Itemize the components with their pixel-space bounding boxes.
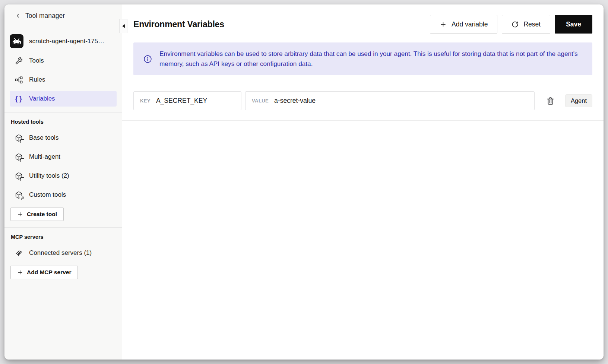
create-tool-label: Create tool — [27, 211, 57, 218]
hosted-tools-label: Hosted tools — [10, 117, 117, 130]
sidebar-item-connected-servers[interactable]: Connected servers (1) — [10, 245, 117, 261]
sidebar-title: Tool manager — [25, 12, 65, 20]
sidebar-item-label: Multi-agent — [29, 153, 60, 161]
create-tool-button[interactable]: Create tool — [10, 208, 64, 221]
row-actions: Agent — [547, 94, 592, 107]
triangle-left-icon — [122, 24, 125, 28]
badge-square-icon — [20, 139, 24, 143]
sidebar-item-label: Utility tools (2) — [29, 172, 69, 180]
sidebar-item-label: Custom tools — [29, 191, 66, 199]
delete-variable-button[interactable] — [547, 97, 554, 105]
package-icon — [14, 133, 23, 142]
workflow-icon — [14, 75, 23, 84]
plus-icon — [17, 211, 23, 217]
sidebar-item-label: Connected servers (1) — [29, 249, 92, 257]
reset-label: Reset — [523, 20, 541, 28]
package-icon — [14, 171, 23, 180]
braces-icon: { } — [14, 94, 23, 103]
sidebar-collapse-toggle[interactable] — [119, 19, 127, 33]
add-mcp-server-button[interactable]: Add MCP server — [10, 266, 78, 279]
mcp-servers-section: MCP servers Connected servers (1) Add MC… — [4, 227, 122, 285]
sidebar-item-multi-agent[interactable]: Multi-agent — [10, 149, 117, 165]
hosted-tools-section: Hosted tools Base tools Multi-agent — [4, 112, 122, 227]
sidebar-item-rules[interactable]: Rules — [10, 72, 117, 88]
refresh-icon — [512, 21, 519, 28]
agent-name: scratch-agent-agent-175… — [29, 38, 104, 45]
key-field[interactable]: KEY — [133, 91, 241, 110]
sidebar: Tool manager — [4, 4, 122, 360]
key-input[interactable] — [156, 97, 235, 105]
value-input[interactable] — [274, 97, 528, 105]
agent-avatar — [10, 34, 23, 48]
sidebar-item-label: Rules — [29, 76, 45, 83]
mcp-servers-label: MCP servers — [10, 232, 117, 245]
package-icon — [14, 152, 23, 161]
sidebar-item-tools[interactable]: Tools — [10, 53, 117, 69]
chevron-left-icon — [15, 12, 21, 19]
main-header: Environment Variables Add variable Reset… — [122, 4, 604, 42]
info-banner: Environment variables can be used to sto… — [133, 42, 592, 75]
main-panel: Environment Variables Add variable Reset… — [122, 4, 604, 360]
plus-icon — [17, 269, 23, 275]
trash-icon — [547, 97, 554, 105]
value-field-label: VALUE — [252, 98, 269, 104]
badge-square-icon — [20, 177, 24, 181]
key-field-label: KEY — [140, 98, 151, 104]
sidebar-item-utility-tools[interactable]: Utility tools (2) — [10, 168, 117, 184]
add-variable-label: Add variable — [452, 20, 488, 28]
sidebar-item-label: Tools — [29, 57, 44, 64]
wrench-badge-icon — [20, 196, 25, 200]
info-icon — [143, 54, 152, 64]
package-wrench-icon — [14, 190, 23, 199]
page-title: Environment Variables — [133, 19, 430, 29]
add-variable-button[interactable]: Add variable — [430, 15, 497, 34]
sidebar-item-base-tools[interactable]: Base tools — [10, 130, 117, 146]
tool-manager-window: Tool manager — [4, 4, 604, 360]
save-button[interactable]: Save — [555, 15, 592, 34]
sidebar-item-variables[interactable]: { } Variables — [10, 91, 117, 107]
mcp-icon — [14, 249, 23, 257]
value-field[interactable]: VALUE — [245, 91, 535, 110]
sidebar-item-label: Variables — [29, 95, 55, 102]
badge-square-icon — [20, 158, 24, 162]
wrench-icon — [14, 56, 23, 65]
add-mcp-server-label: Add MCP server — [27, 269, 71, 276]
sidebar-header[interactable]: Tool manager — [4, 4, 122, 27]
info-banner-text: Environment variables can be used to sto… — [159, 49, 582, 69]
sidebar-item-agent[interactable]: scratch-agent-agent-175… — [10, 32, 117, 50]
sidebar-item-label: Base tools — [29, 134, 58, 142]
scope-badge[interactable]: Agent — [565, 94, 592, 107]
reset-button[interactable]: Reset — [502, 15, 550, 34]
robot-icon — [13, 38, 21, 44]
toolbar: Add variable Reset Save — [430, 15, 592, 34]
save-label: Save — [566, 20, 581, 28]
plus-icon — [440, 21, 447, 28]
sidebar-item-custom-tools[interactable]: Custom tools — [10, 187, 117, 203]
variable-row: KEY VALUE Agent — [122, 87, 604, 120]
sidebar-nav-group: scratch-agent-agent-175… Tools Rules { }… — [4, 27, 122, 112]
